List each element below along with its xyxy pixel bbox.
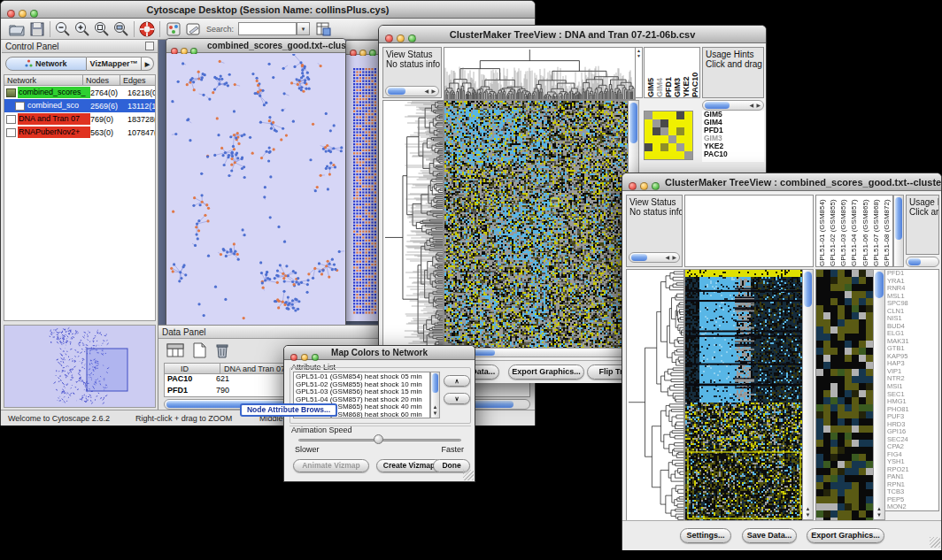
treeview2-column-labels[interactable]: GPL51-01 (GSM854)GPL51-02 (GSM855)GPL51-…: [815, 195, 893, 267]
zoom-cell[interactable]: [668, 127, 676, 135]
vizmapper-icon[interactable]: [165, 20, 182, 38]
zoom-cell[interactable]: [676, 111, 684, 119]
zoom-cell[interactable]: [684, 143, 692, 151]
minimize-icon[interactable]: [397, 35, 405, 42]
column-label[interactable]: PAC10: [691, 48, 699, 97]
row-label[interactable]: PAC10: [702, 150, 764, 158]
global-heatmap[interactable]: [684, 269, 804, 522]
network-canvas[interactable]: [166, 54, 345, 326]
column-dendrogram[interactable]: [444, 47, 636, 100]
window-controls[interactable]: [7, 5, 42, 14]
column-label[interactable]: GIM3: [673, 48, 682, 97]
zoom-cell[interactable]: [660, 111, 668, 119]
move-up-button[interactable]: ∧: [444, 375, 470, 387]
open-session-icon[interactable]: [8, 20, 26, 38]
delete-attribute-icon[interactable]: [213, 341, 231, 359]
column-label[interactable]: GPL51-01 (GSM854): [817, 196, 828, 266]
column-label[interactable]: GPL51-02 (GSM855): [828, 196, 838, 266]
column-label[interactable]: GPL51-04 (GSM857): [849, 196, 860, 266]
treeview-button[interactable]: Export Graphics...: [508, 364, 584, 380]
search-input[interactable]: [238, 22, 297, 35]
network-list-row[interactable]: combined_sco 2569(6) 13112(15): [4, 99, 155, 112]
float-panel-icon[interactable]: [145, 42, 154, 50]
zoom-window-icon[interactable]: [652, 182, 660, 190]
search-dropdown-button[interactable]: ▾: [297, 22, 310, 35]
column-label[interactable]: GPL51-03 (GSM856): [838, 196, 849, 266]
zoom-cell[interactable]: [684, 111, 692, 119]
global-heatmap[interactable]: [444, 100, 629, 349]
zoom-window-icon[interactable]: [30, 10, 38, 18]
view-status-scrollbar[interactable]: ◀▶: [385, 86, 439, 96]
zoom-cell[interactable]: [676, 151, 684, 159]
zoom-cell[interactable]: [668, 111, 676, 119]
zoom-cell[interactable]: [684, 119, 692, 127]
zoom-cell[interactable]: [645, 143, 652, 151]
zoom-cell[interactable]: [668, 119, 676, 127]
treeview2-titlebar[interactable]: ClusterMaker TreeView : combined_scores_…: [622, 173, 941, 191]
zoom-cell[interactable]: [660, 135, 668, 143]
row-dendrogram[interactable]: [626, 269, 684, 522]
dialog-button[interactable]: Animate Vizmap: [293, 459, 369, 472]
zoom-cell[interactable]: [676, 135, 684, 143]
usage-hints-scrollbar[interactable]: [906, 257, 939, 267]
column-label[interactable]: GIM5: [646, 48, 655, 97]
cytoscape-titlebar[interactable]: Cytoscape Desktop (Session Name: collins…: [1, 1, 535, 19]
zoom-cell[interactable]: [645, 135, 652, 143]
attribute-list-scrollbar[interactable]: ▲▼: [430, 372, 440, 418]
zoom-cell[interactable]: [652, 151, 660, 159]
zoom-fit-icon[interactable]: [112, 20, 130, 38]
resize-grip[interactable]: [930, 537, 940, 548]
network-table-header[interactable]: Network Nodes Edges: [4, 74, 156, 86]
attribute-item[interactable]: GPL51-01 (GSM854) heat shock 05 min: [296, 373, 429, 381]
network-overview-canvas[interactable]: [4, 326, 155, 407]
zoom-window-icon[interactable]: [312, 354, 319, 361]
zoom-cell[interactable]: [652, 127, 660, 135]
zoom-cell[interactable]: [684, 127, 692, 135]
zoom-cell[interactable]: [645, 127, 652, 135]
zoom-cell[interactable]: [676, 119, 684, 127]
attribute-item[interactable]: GPL51-02 (GSM855) heat shock 10 min: [296, 381, 429, 389]
animation-slider-thumb[interactable]: [374, 434, 383, 444]
tab-node-attribute-browser[interactable]: Node Attribute Brows...: [240, 403, 337, 417]
treeview-button[interactable]: Export Graphics...: [807, 528, 884, 543]
zoom-heatmap[interactable]: [815, 269, 874, 522]
zoom-cell[interactable]: [645, 119, 652, 127]
resize-grip[interactable]: [463, 470, 474, 480]
view-status-scrollbar[interactable]: ◀▶: [629, 252, 680, 263]
zoom-cell[interactable]: [684, 151, 692, 159]
tab-vizmapper[interactable]: VizMapper™: [87, 57, 142, 71]
minimize-icon[interactable]: [19, 10, 27, 18]
zoom-out-icon[interactable]: [54, 20, 72, 38]
treeview-button[interactable]: Settings...: [680, 528, 731, 543]
treeview1-row-labels[interactable]: GIM5GIM4PFD1GIM3YKE2PAC10: [702, 111, 764, 162]
column-label[interactable]: GPL51-06 (GSM865): [861, 196, 871, 266]
zoom-vscrollbar[interactable]: ▲▼: [873, 269, 885, 520]
zoom-cell[interactable]: [676, 127, 684, 135]
dendrogram-arrows-strip[interactable]: ▲▼: [635, 47, 643, 98]
column-label[interactable]: YKE2: [682, 48, 691, 97]
network-overview-panel[interactable]: [4, 325, 156, 408]
help-lifebuoy-icon[interactable]: [138, 20, 156, 38]
network-window-titlebar[interactable]: combined_scores_good.txt--cluste...: [166, 39, 345, 53]
column-label[interactable]: GIM4: [655, 48, 664, 97]
zoom-cell[interactable]: [668, 143, 676, 151]
network-list-row[interactable]: DNA and Tran 07 769(0) 183728(0): [4, 112, 155, 126]
new-attribute-icon[interactable]: [190, 341, 208, 359]
treeview-button[interactable]: Save Data...: [742, 528, 797, 543]
select-attributes-icon[interactable]: [166, 341, 183, 359]
move-down-button[interactable]: ∨: [444, 393, 470, 404]
zoom-cell[interactable]: [652, 135, 660, 143]
minimize-icon[interactable]: [301, 354, 308, 361]
gene-label-list[interactable]: PFD1YRA1RNR4MSL1SPC98CLN1NIS1BUD4ELG1MAK…: [885, 269, 939, 511]
column-labels-scrollbar[interactable]: [893, 195, 904, 267]
close-icon[interactable]: [629, 182, 637, 190]
gene-label[interactable]: MON2: [885, 503, 938, 511]
minimize-icon[interactable]: [640, 182, 648, 190]
zoom-heatmap[interactable]: [644, 111, 693, 160]
zoom-cell[interactable]: [676, 143, 684, 151]
annotation-icon[interactable]: [184, 20, 202, 38]
zoom-selected-icon[interactable]: [93, 20, 111, 38]
zoom-cell[interactable]: [668, 135, 676, 143]
close-icon[interactable]: [290, 354, 297, 361]
zoom-cell[interactable]: [652, 111, 660, 119]
